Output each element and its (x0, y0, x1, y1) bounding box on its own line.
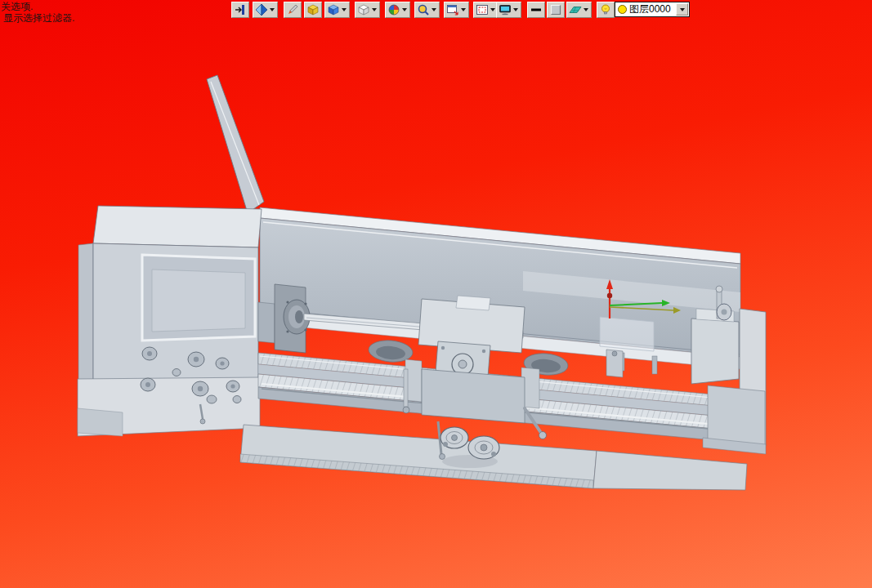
material-swatch-button[interactable] (547, 2, 565, 18)
chevron-down-icon (490, 8, 495, 11)
view-window-icon (476, 3, 489, 16)
chevron-down-icon (461, 8, 466, 11)
layer-visibility-button[interactable] (597, 2, 615, 18)
chevron-down-icon (342, 8, 347, 11)
layer-combobox[interactable]: 图层0000 (615, 2, 690, 17)
line-width-icon (530, 3, 543, 16)
lightbulb-icon (599, 3, 612, 16)
view-orientation-icon (255, 3, 268, 16)
wireframe-display-button[interactable] (355, 2, 380, 18)
zoom-button[interactable] (414, 2, 440, 18)
chevron-down-icon (402, 8, 407, 11)
sketch-button[interactable] (284, 2, 302, 18)
toolbar: 图层0000 (0, 0, 872, 21)
solid-yellow-cube-icon (306, 3, 320, 16)
view-window-button[interactable] (473, 2, 499, 18)
lathe-machine-model[interactable] (78, 75, 766, 490)
exit-pick-button[interactable] (231, 2, 249, 18)
handwheels[interactable] (440, 427, 499, 468)
chevron-down-icon (513, 8, 518, 11)
sketch-pencil-icon (286, 3, 299, 16)
appearance-button[interactable] (385, 2, 410, 18)
surface-teal-icon (569, 3, 582, 16)
view-orientation-button[interactable] (253, 2, 278, 18)
viewport-3d[interactable] (0, 0, 872, 588)
zoom-magnifier-icon (417, 3, 430, 16)
exit-pick-icon (234, 3, 247, 16)
surface-style-button[interactable] (566, 2, 592, 18)
layer-dropdown-button[interactable] (676, 3, 688, 16)
material-swatch-icon (549, 3, 562, 16)
line-width-button[interactable] (527, 2, 545, 18)
monitor-icon (499, 3, 512, 16)
ghost-selection-box (600, 317, 654, 351)
chevron-down-icon (270, 8, 275, 11)
zoom-window-icon (446, 3, 459, 16)
layer-color-icon (618, 5, 627, 14)
chevron-down-icon (432, 8, 436, 11)
wireframe-cube-icon (357, 3, 370, 16)
zoom-window-button[interactable] (444, 2, 469, 18)
chevron-down-icon (372, 8, 377, 11)
chevron-down-icon (584, 8, 588, 11)
dropdown-arrow-icon (680, 8, 685, 11)
splash-guard-blade[interactable] (207, 75, 264, 213)
layer-name: 图层0000 (629, 2, 676, 16)
color-wheel-icon (387, 3, 400, 16)
shaded-display-button[interactable] (324, 2, 350, 18)
shaded-cube-icon (327, 3, 340, 16)
feature-color-button[interactable] (304, 2, 322, 18)
fullscreen-button[interactable] (496, 2, 521, 18)
